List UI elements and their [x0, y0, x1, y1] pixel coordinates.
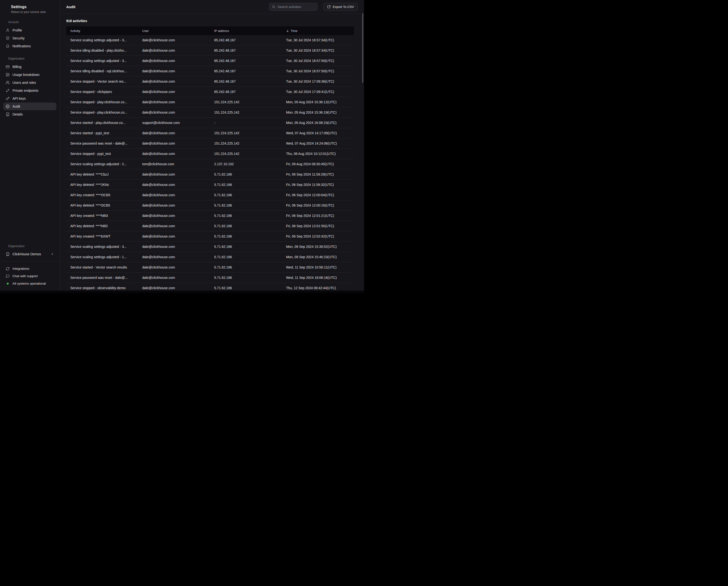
table-row[interactable]: API key created: ****hBl3 dale@clickhous…	[66, 211, 354, 221]
cell-activity: Service stopped - clickpipes	[66, 90, 138, 94]
app-window: Settings Return to your service view Acc…	[0, 0, 364, 293]
column-header-time[interactable]: Time	[282, 29, 354, 33]
sidebar-item-billing[interactable]: Billing	[3, 63, 56, 71]
cell-user: dale@clickhouse.com	[138, 172, 210, 176]
sidebar-item-integrations[interactable]: Integrations	[3, 265, 56, 272]
cell-ip-address: 85.242.48.167	[210, 59, 282, 63]
section-label-account: Account	[0, 20, 60, 24]
sidebar-item-label: Chat with support	[12, 274, 38, 278]
table-row[interactable]: Service scaling settings adjusted - 3...…	[66, 35, 354, 45]
cell-activity: Service idling disabled - play.clickho..…	[66, 49, 138, 52]
system-status: All systems operational	[3, 280, 56, 287]
vertical-scrollbar[interactable]	[362, 13, 363, 83]
cell-ip-address: 151.224.225.142	[210, 100, 282, 104]
cell-activity: Service scaling settings adjusted - 1...	[66, 255, 138, 259]
table-row[interactable]: Service idling disabled - play.clickho..…	[66, 45, 354, 56]
sidebar-item-security[interactable]: Security	[3, 34, 56, 42]
cell-time: Fri, 06 Sep 2024 12:00:04(UTC)	[282, 193, 354, 197]
cell-activity: Service stopped - play.clickhouse.co...	[66, 111, 138, 114]
sidebar-item-label: Audit	[12, 104, 20, 108]
table-row[interactable]: API key deleted: ****hBl3 dale@clickhous…	[66, 221, 354, 231]
chat-icon	[6, 274, 9, 278]
account-nav: Profile Security Notifications	[0, 26, 60, 50]
search-input[interactable]	[278, 5, 315, 9]
cell-time: Wed, 11 Sep 2024 10:56:11(UTC)	[282, 265, 354, 269]
cell-ip-address: 85.242.48.167	[210, 49, 282, 52]
cell-user: dale@clickhouse.com	[138, 131, 210, 135]
column-header-user[interactable]: User	[138, 29, 210, 33]
table-row[interactable]: API key created: ****OCB5 dale@clickhous…	[66, 190, 354, 200]
search-box	[269, 3, 317, 11]
table-row[interactable]: Service started - Vector search results …	[66, 262, 354, 273]
table-row[interactable]: API key deleted: ****CbzJ dale@clickhous…	[66, 169, 354, 180]
cell-ip-address: 151.224.225.142	[210, 131, 282, 135]
cell-user: dale@clickhouse.com	[138, 152, 210, 156]
cell-ip-address: -	[210, 121, 282, 125]
table-row[interactable]: Service stopped - play.clickhouse.co... …	[66, 107, 354, 118]
cell-user: dale@clickhouse.com	[138, 245, 210, 249]
table-row[interactable]: Service password was reset - dale@... da…	[66, 273, 354, 283]
sidebar-item-usage-breakdown[interactable]: Usage breakdown	[3, 71, 56, 78]
cell-time: Tue, 30 Jul 2024 16:57:50(UTC)	[282, 69, 354, 73]
cell-ip-address: 5.71.62.186	[210, 276, 282, 279]
cell-activity: Service started - pypi_test	[66, 131, 138, 135]
cell-user: dale@clickhouse.com	[138, 38, 210, 42]
cell-user: dale@clickhouse.com	[138, 111, 210, 114]
sidebar-item-label: Integrations	[12, 267, 29, 270]
table-row[interactable]: API key deleted: ****2KNc dale@clickhous…	[66, 180, 354, 190]
table-row[interactable]: Service started - pypi_test dale@clickho…	[66, 128, 354, 138]
cell-activity: Service stopped - Vector search res...	[66, 79, 138, 83]
table-row[interactable]: Service stopped - pypi_test dale@clickho…	[66, 149, 354, 159]
cell-user: dale@clickhouse.com	[138, 193, 210, 197]
cell-ip-address: 5.71.62.186	[210, 265, 282, 269]
sidebar-item-details[interactable]: Details	[3, 111, 56, 118]
table-row[interactable]: Service started - play.clickhouse.co... …	[66, 118, 354, 128]
org-name: ClickHouse Demos	[12, 252, 41, 256]
endpoints-icon	[6, 89, 9, 93]
table-row[interactable]: Service scaling settings adjusted - 1...…	[66, 252, 354, 262]
cell-time: Tue, 30 Jul 2024 16:57:34(UTC)	[282, 38, 354, 42]
cell-activity: Service idling disabled - sql.clickhou..…	[66, 69, 138, 73]
table-row[interactable]: Service scaling settings adjusted - 3...…	[66, 56, 354, 66]
activities-count: 918 activities	[66, 19, 354, 23]
cell-activity: API key created: ****bXWT	[66, 235, 138, 238]
sidebar-item-audit[interactable]: Audit	[3, 102, 56, 110]
org-switcher-label: Organization	[0, 244, 60, 248]
sidebar-item-api-keys[interactable]: API keys	[3, 95, 56, 102]
cell-time: Fri, 09 Aug 2024 08:30:45(UTC)	[282, 162, 354, 166]
sidebar-item-chat-with-support[interactable]: Chat with support	[3, 272, 56, 280]
table-row[interactable]: Service idling disabled - sql.clickhou..…	[66, 66, 354, 76]
table-row[interactable]: Service stopped - Vector search res... d…	[66, 76, 354, 87]
cell-time: Tue, 30 Jul 2024 16:57:34(UTC)	[282, 49, 354, 52]
sidebar-item-private-endpoints[interactable]: Private endpoints	[3, 87, 56, 94]
sidebar: Settings Return to your service view Acc…	[0, 0, 60, 293]
table-row[interactable]: Service password was reset - dale@... da…	[66, 138, 354, 149]
shield-icon	[6, 36, 9, 40]
table-row[interactable]: Service scaling settings adjusted - 3...…	[66, 242, 354, 252]
org-switcher[interactable]: ClickHouse Demos	[3, 250, 56, 258]
cell-user: dale@clickhouse.com	[138, 100, 210, 104]
export-csv-label: Export To CSV	[333, 5, 354, 9]
cell-time: Wed, 07 Aug 2024 14:17:09(UTC)	[282, 131, 354, 135]
cell-user: dale@clickhouse.com	[138, 90, 210, 94]
cell-time: Fri, 06 Sep 2024 12:02:42(UTC)	[282, 235, 354, 238]
table-row[interactable]: Service stopped - play.clickhouse.co... …	[66, 97, 354, 107]
cell-ip-address: 5.71.62.186	[210, 245, 282, 249]
sidebar-item-users-and-roles[interactable]: Users and roles	[3, 79, 56, 87]
table-row[interactable]: Service stopped - clickpipes dale@clickh…	[66, 87, 354, 97]
cell-ip-address: 5.71.62.186	[210, 255, 282, 259]
sidebar-item-notifications[interactable]: Notifications	[3, 42, 56, 50]
table-row[interactable]: Service scaling settings adjusted - 2...…	[66, 159, 354, 169]
sidebar-item-label: Details	[12, 113, 23, 116]
cell-ip-address: 5.71.62.186	[210, 224, 282, 228]
column-header-ip[interactable]: IP address	[210, 29, 282, 33]
table-row[interactable]: API key created: ****bXWT dale@clickhous…	[66, 231, 354, 242]
return-link[interactable]: Return to your service view	[11, 10, 46, 14]
back-button[interactable]	[4, 6, 9, 10]
column-header-activity[interactable]: Activity	[66, 29, 138, 33]
table-row[interactable]: API key deleted: ****OCB5 dale@clickhous…	[66, 200, 354, 211]
cell-time: Mon, 05 Aug 2024 16:08:23(UTC)	[282, 121, 354, 125]
cell-user: dale@clickhouse.com	[138, 224, 210, 228]
export-csv-button[interactable]: Export To CSV	[323, 3, 358, 11]
sidebar-item-profile[interactable]: Profile	[3, 26, 56, 34]
